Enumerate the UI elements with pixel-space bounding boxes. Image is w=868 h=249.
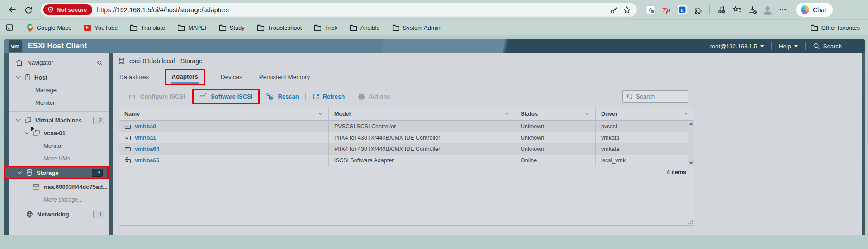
table-scrollbar[interactable] [688,121,694,166]
sidebar-item-more-vms[interactable]: More VMs... [9,152,109,164]
refresh-table-button[interactable]: Refresh [312,93,345,100]
sidebar-item-host[interactable]: Host [9,71,109,84]
adapter-driver-cell: vmkata [596,143,694,155]
column-dropdown-icon[interactable] [504,112,509,115]
a-extension-icon[interactable]: a [676,4,688,16]
bookmark-label: Translate [141,24,165,31]
adapters-tab-annotation: Adapters [165,69,205,85]
table-row[interactable]: vmhba64 PIIX4 for 430TX/440BX/MX IDE Con… [119,143,694,155]
app-header: vm ESXi Host Client root@192.168.1.5 Hel… [4,39,865,53]
media-control-icon[interactable] [715,4,727,16]
other-favorites[interactable]: Other favorites [811,24,860,31]
sidebar-item-networking[interactable]: Networking 1 [9,208,109,221]
bookmark-youtube[interactable]: YouTube [84,24,118,31]
sidebar-item-storage-device[interactable]: naa.60003ff44dc75ad... [9,180,109,193]
bookmark-folder-trick[interactable]: Trick [314,24,337,31]
table-row[interactable]: vmhba1 PIIX4 for 430TX/440BX/MX IDE Cont… [119,132,694,143]
navigator-sidebar: Navigator Host Manage Monitor [9,53,109,235]
scroll-up-icon[interactable] [689,122,693,125]
table-row[interactable]: vmhba0 PVSCSI SCSI Controller Unknown pv… [119,121,694,132]
translate-extension-icon[interactable]: A [644,4,657,16]
sidebar-item-host-manage[interactable]: Manage [9,84,109,96]
sidebar-item-storage-selected[interactable]: Storage 3 [4,166,109,179]
table-row[interactable]: vmhba65 iSCSI Software Adapter Online is… [119,155,694,166]
bookmark-folder-translate[interactable]: Translate [130,24,165,31]
bookmark-folder-system-admin[interactable]: System Admin [392,24,441,31]
table-search-input[interactable] [636,93,681,100]
configure-iscsi-button[interactable]: Configure iSCSI [129,93,185,100]
sidebar-item-vcsa-01[interactable]: vcsa-01 [9,127,109,139]
header-search[interactable]: Search [806,42,849,50]
not-secure-badge[interactable]: Not secure [43,4,92,15]
bookmark-folder-study[interactable]: Study [219,24,245,31]
downloads-icon[interactable] [746,4,759,16]
bookmark-folder-mapei[interactable]: MAPEI [177,24,206,31]
address-bar[interactable]: Not secure https://192.168.1.5/ui/#/host… [41,3,637,17]
tab-devices[interactable]: Devices [220,72,243,85]
folder-icon [219,24,227,31]
column-dropdown-icon[interactable] [318,112,323,115]
collections-star-icon[interactable] [730,4,743,16]
scroll-down-icon[interactable] [689,162,693,164]
sidebar-panel-icon[interactable] [5,23,14,32]
refresh-button[interactable] [22,3,35,17]
sidebar-item-virtual-machines[interactable]: Virtual Machines 2 [9,114,109,127]
networking-count-badge: 1 [93,211,104,218]
column-header-driver[interactable]: Driver [596,107,694,120]
collapse-sidebar-icon[interactable] [96,60,103,66]
actions-button[interactable]: Actions [358,93,390,100]
bookmark-label: Google Maps [37,24,71,31]
favorite-star-icon[interactable] [621,4,633,16]
bookmark-google-maps[interactable]: Google Maps [27,23,71,32]
url-scheme: https [97,6,111,14]
software-iscsi-annotation: Software iSCSI [192,89,260,104]
tab-adapters[interactable]: Adapters [171,71,199,84]
bookmark-folder-ansible[interactable]: Ansible [350,24,380,31]
profile-avatar[interactable] [762,5,773,15]
software-iscsi-label: Software iSCSI [211,93,252,100]
column-header-model[interactable]: Model [329,107,515,120]
rescan-button[interactable]: Rescan [266,93,299,101]
adapter-link[interactable]: vmhba1 [135,135,156,141]
storage-count-badge: 3 [92,169,103,177]
table-search-box[interactable] [622,90,688,103]
adapter-link[interactable]: vmhba0 [135,123,156,130]
sidebar-item-host-monitor[interactable]: Monitor [9,96,109,109]
adapter-model-cell: PIIX4 for 430TX/440BX/MX IDE Controller [329,132,515,143]
column-label: Status [521,111,538,117]
adapter-status-cell: Unknown [515,132,596,143]
manage-label: Manage [35,87,57,94]
copilot-chat-button[interactable]: Chat [796,3,833,17]
software-iscsi-button[interactable]: Software iSCSI [199,93,252,100]
adapter-link[interactable]: vmhba64 [135,146,159,152]
extensions-puzzle-icon[interactable] [692,4,704,16]
url-text[interactable]: https://192.168.1.5/ui/#/host/storage/ad… [97,6,229,14]
tab-persistent-memory[interactable]: Persistent Memory [258,72,311,85]
resize-grip[interactable] [688,219,693,224]
bookmark-folder-troubleshoot[interactable]: Troubleshoot [257,24,302,31]
adapters-table: Name Model Status [119,107,694,226]
adapter-link[interactable]: vmhba65 [135,157,159,164]
help-menu[interactable]: Help [772,43,805,50]
configure-iscsi-icon [129,93,137,100]
column-dropdown-icon[interactable] [683,112,688,115]
adapter-name-cell: vmhba65 [119,155,329,166]
home-icon [15,59,23,66]
software-iscsi-adapter-icon [124,156,132,164]
column-header-status[interactable]: Status [515,107,596,120]
app-left-edge [4,53,9,235]
back-button[interactable] [5,3,19,17]
more-menu-icon[interactable] [776,4,789,16]
app-right-edge [862,53,865,235]
column-dropdown-icon[interactable] [585,112,590,115]
software-iscsi-icon [199,93,208,100]
sidebar-item-vm-monitor[interactable]: Monitor [9,139,109,152]
tab-datastores[interactable]: Datastores [119,72,150,85]
column-header-name[interactable]: Name [119,107,329,120]
bookmark-label: Trick [325,24,337,31]
user-menu[interactable]: root@192.168.1.5 [703,43,771,50]
adapter-driver-cell: vmkata [596,132,694,143]
sidebar-item-more-storage[interactable]: More storage... [9,193,109,206]
password-key-icon[interactable] [608,4,621,16]
tp-extension-icon[interactable]: Tp [660,4,673,16]
